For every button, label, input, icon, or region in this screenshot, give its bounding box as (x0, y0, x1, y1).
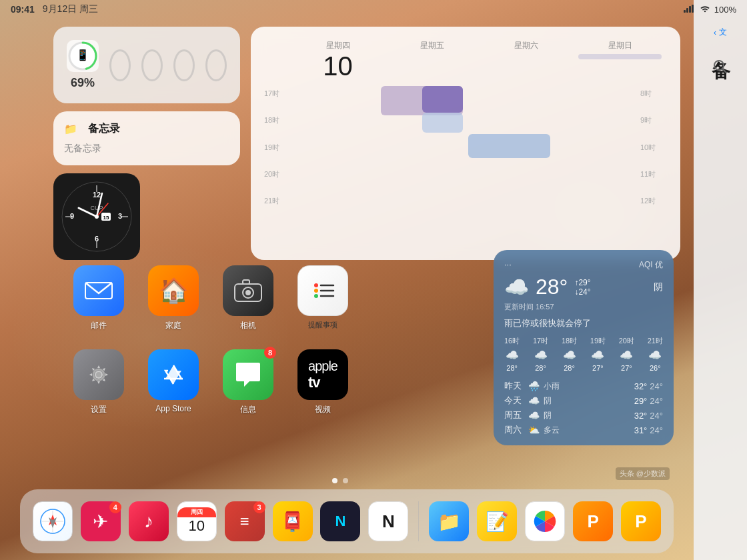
cal-col-sat (466, 86, 553, 206)
svg-text:CUP: CUP (90, 205, 103, 211)
calendar-dock-icon: 周四 10 (177, 501, 217, 541)
dock-papp2[interactable]: P (619, 501, 663, 541)
right-panel-header[interactable]: ‹ 文 (714, 27, 727, 38)
battery-device-ipad: 📱 69% (67, 40, 99, 90)
weather-temp-low: ↓24° (574, 287, 590, 297)
weather-condition: 阴 (654, 281, 663, 293)
search-icon[interactable] (713, 59, 728, 77)
appstore-label: App Store (155, 404, 191, 413)
weather-temp-high: ↑29° (574, 278, 590, 287)
weather-hour-19: 19时 ☁️ 27° (590, 336, 606, 372)
cal-time-8: 8时 (640, 89, 667, 99)
svg-point-23 (95, 215, 99, 219)
dock-music[interactable]: ♪ (127, 501, 171, 541)
svg-rect-0 (684, 10, 686, 13)
svg-text:📱: 📱 (76, 49, 89, 61)
cal-col-fri (378, 86, 466, 206)
weather-daily: 昨天 🌧️ 小雨 32° 24° 今天 ☁️ 阴 29° 24° 周五 ☁️ 阴… (504, 380, 663, 436)
dock-photos[interactable] (523, 501, 567, 541)
page-dot-1[interactable] (332, 478, 337, 483)
calendar-widget: 星期四 10 星期五 星期六 星期日 17时 18时 19时 20时 21时 (251, 27, 680, 260)
battery-percentage: 69% (71, 76, 95, 90)
cal-label-sun: 星期日 (573, 40, 667, 51)
dock-safari[interactable] (31, 501, 75, 541)
camera-icon (223, 265, 273, 316)
cal-label-thu: 星期四 (291, 40, 385, 51)
dock-sticky[interactable]: 📮 (271, 501, 315, 541)
photos-dock-icon (525, 501, 565, 541)
app-camera[interactable]: 相机 (223, 265, 273, 331)
nnapp-dock-icon: N (320, 501, 360, 541)
music-dock-icon: ♪ (129, 501, 169, 541)
svg-rect-1 (686, 8, 688, 13)
app-settings[interactable]: 设置 (73, 349, 124, 415)
battery-widget: 📱 69% (53, 27, 240, 103)
cal-time-21: 21时 (264, 196, 291, 206)
svg-point-32 (314, 283, 318, 287)
cal-time-17: 17时 (264, 89, 291, 99)
app-reminders[interactable]: 提醒事项 (297, 265, 348, 331)
app-appstore[interactable]: App Store (148, 349, 199, 415)
cal-time-9: 9时 (640, 115, 667, 125)
weather-desc: 雨已停或很快就会停了 (504, 317, 663, 329)
widgets-area: 📱 69% 📁 备忘录 无备忘录 (53, 27, 680, 260)
app-tv[interactable]: appletv 视频 (297, 349, 348, 415)
weather-hour-21: 21时 ☁️ 26° (648, 336, 663, 372)
dock-files[interactable]: 📁 (427, 501, 471, 541)
notes-label: 备忘录 (88, 122, 120, 136)
battery-device-icon: 📱 (67, 40, 99, 72)
empty-slot-2 (141, 49, 163, 81)
svg-line-5 (722, 69, 726, 73)
reminders-icon (297, 265, 348, 316)
notes-widget-header: 📁 备忘录 (64, 122, 229, 136)
tv-icon: appletv (297, 349, 348, 400)
papp2-dock-icon: P (621, 501, 661, 541)
dock-nnapp[interactable]: N (319, 501, 363, 541)
svg-point-34 (314, 294, 318, 298)
svg-point-40 (96, 372, 101, 377)
right-panel: ‹ 文 备 (694, 0, 747, 560)
app-messages[interactable]: 8 信息 (223, 349, 273, 415)
left-widgets: 📱 69% 📁 备忘录 无备忘录 (53, 27, 240, 260)
wifi-icon (700, 5, 710, 15)
cal-num-thu: 10 (291, 51, 385, 81)
cal-col-sun (553, 86, 640, 206)
dock-notion[interactable]: N (366, 501, 410, 541)
app-home[interactable]: 🏠 家庭 (148, 265, 199, 331)
cal-time-18: 18时 (264, 115, 291, 125)
weather-hour-16: 16时 ☁️ 28° (504, 336, 520, 372)
settings-icon (73, 349, 124, 400)
notes-folder-icon: 📁 (64, 123, 77, 135)
safari-dock-icon (33, 501, 73, 541)
page-dot-2[interactable] (343, 478, 348, 483)
notes-widget[interactable]: 📁 备忘录 无备忘录 (53, 111, 240, 165)
status-icons: 100% (684, 5, 736, 15)
notes-dock-icon: 📝 (477, 501, 517, 541)
dock-papp1[interactable]: P (571, 501, 615, 541)
messages-icon: 8 (223, 349, 273, 400)
cal-time-11: 11时 (640, 169, 667, 179)
dock-todoist[interactable]: ≡ 3 (223, 501, 267, 541)
app-mail[interactable]: 邮件 (73, 265, 124, 331)
weather-update: 更新时间 16:57 (504, 302, 663, 312)
cal-time-12: 12时 (640, 196, 667, 206)
todoist-badge: 3 (253, 501, 265, 513)
svg-point-30 (245, 290, 251, 295)
cal-label-fri: 星期五 (385, 40, 479, 51)
status-bar: 09:41 9月12日 周三 100% (0, 0, 747, 19)
weather-main-icon: ☁️ (504, 275, 529, 299)
cal-time-20: 20时 (264, 169, 291, 179)
page-dots (0, 478, 680, 483)
dock-spark[interactable]: ✈ 4 (79, 501, 123, 541)
status-date: 9月12日 周三 (43, 3, 98, 15)
cal-time-19: 19时 (264, 143, 291, 153)
sticky-dock-icon: 📮 (273, 501, 313, 541)
files-dock-icon: 📁 (429, 501, 469, 541)
notes-empty-text: 无备忘录 (64, 143, 229, 155)
appstore-icon (148, 349, 199, 400)
dock-notes[interactable]: 📝 (475, 501, 519, 541)
battery-items: 📱 69% (67, 40, 227, 90)
papp1-dock-icon: P (573, 501, 613, 541)
dock-calendar[interactable]: 周四 10 (175, 501, 219, 541)
back-chevron: ‹ (714, 28, 716, 37)
